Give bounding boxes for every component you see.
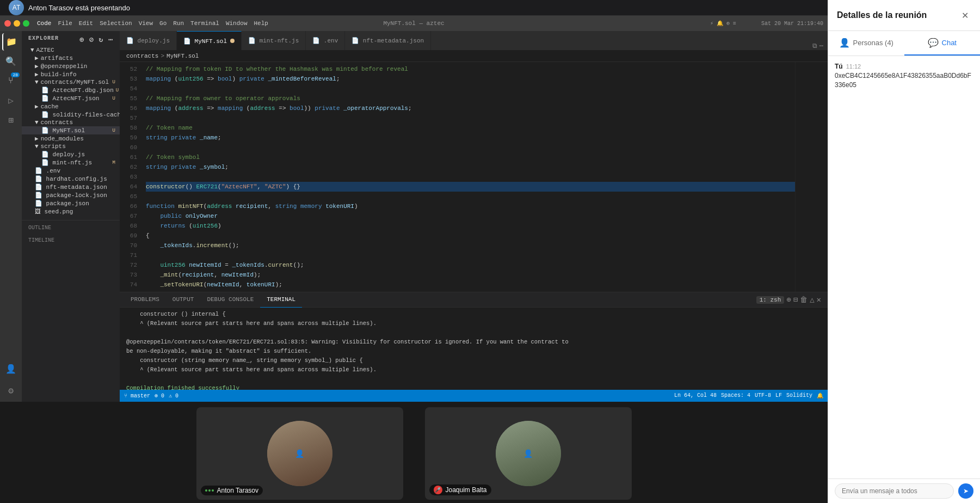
- participant-card-anton: 👤 Anton Tarasov: [196, 407, 403, 500]
- breadcrumb: contracts > MyNFT.sol: [120, 50, 828, 62]
- sidebar-item-nft-metadata[interactable]: 📄 nft-metadata.json: [22, 183, 120, 191]
- terminal-add-btn[interactable]: ⊕: [786, 295, 791, 304]
- panel-tab-problems[interactable]: PROBLEMS: [124, 292, 166, 308]
- editor-area: 📄 deploy.js 📄 MyNFT.sol 📄 mint-nft.js 📄 …: [120, 31, 828, 402]
- nav-chat[interactable]: 💬 Chat: [904, 31, 981, 56]
- terminal-close-btn[interactable]: ✕: [817, 295, 821, 304]
- code-line-70: _tokenIds.increment();: [146, 241, 795, 250]
- participants-bar: 👤 Anton Tarasov 👤 🎤 Joaquim: [0, 402, 828, 503]
- nav-personas[interactable]: 👤 Personas (4): [828, 31, 904, 56]
- sidebar-item-artifacts[interactable]: ▶ artifacts: [22, 54, 120, 62]
- send-button[interactable]: ➤: [958, 483, 973, 499]
- code-line-54: [146, 84, 795, 94]
- editor-menu-btn[interactable]: ⋯: [819, 42, 823, 50]
- tab-mint-nft[interactable]: 📄 mint-nft.js: [242, 31, 306, 50]
- modified-indicator: [230, 39, 235, 43]
- terminal-maximize-btn[interactable]: △: [810, 295, 814, 304]
- code-line-72: uint256 newItemId = _tokenIds.current();: [146, 260, 795, 270]
- chat-meta: Tú 11:12: [835, 63, 973, 70]
- terminal-line: [126, 328, 821, 338]
- menu-edit[interactable]: Edit: [79, 20, 93, 27]
- terminal-split-btn[interactable]: ⊟: [793, 295, 798, 304]
- sidebar-item-contracts[interactable]: ▼ contracts: [22, 119, 120, 126]
- menu-go[interactable]: Go: [159, 20, 167, 27]
- sidebar-item-mint-nft[interactable]: 📄 mint-nft.js M: [22, 158, 120, 167]
- sidebar-item-cache[interactable]: ▶ cache: [22, 102, 120, 111]
- close-traffic-light[interactable]: [4, 20, 11, 27]
- menu-file[interactable]: File: [58, 20, 72, 27]
- tab-deploy-js[interactable]: 📄 deploy.js: [120, 31, 177, 50]
- sidebar-item-openzeppelin[interactable]: ▶ @openzeppelin: [22, 62, 120, 70]
- sidebar-item-mynft[interactable]: 📄 MyNFT.sol U: [22, 126, 120, 134]
- right-panel: Detalles de la reunión ✕ 👤 Personas (4) …: [828, 0, 980, 503]
- explorer-icon[interactable]: 📁: [2, 33, 20, 51]
- terminal-line: be non-deployable, making it "abstract" …: [126, 347, 821, 356]
- code-area[interactable]: // Mapping from token ID to whether the …: [141, 62, 795, 292]
- source-control-icon[interactable]: ⑂: [2, 72, 20, 90]
- menu-window[interactable]: Window: [226, 20, 248, 27]
- sidebar-item-package-lock[interactable]: 📄 package-lock.json: [22, 191, 120, 199]
- search-icon[interactable]: 🔍: [2, 53, 20, 70]
- sidebar-item-env[interactable]: 📄 .env: [22, 167, 120, 175]
- sidebar-item-node-modules[interactable]: ▶ node_modules: [22, 134, 120, 143]
- settings-icon[interactable]: ⚙: [2, 382, 20, 400]
- sidebar-item-package[interactable]: 📄 package.json: [22, 199, 120, 207]
- code-line-71: [146, 250, 795, 260]
- menu-selection[interactable]: Selection: [100, 20, 132, 27]
- terminal-content[interactable]: constructor () internal { ^ (Relevant so…: [120, 308, 828, 390]
- notification-bell[interactable]: 🔔: [817, 392, 823, 399]
- terminal-line: ^ (Relevant source part starts here and …: [126, 365, 821, 375]
- terminal-trash-btn[interactable]: 🗑: [800, 296, 808, 304]
- extensions-icon[interactable]: ⊞: [2, 112, 20, 129]
- split-editor-btn[interactable]: ⧉: [812, 42, 817, 50]
- panel-tab-terminal[interactable]: TERMINAL: [260, 292, 302, 308]
- code-line-74: _setTokenURI(newItemId, tokenURI);: [146, 280, 795, 290]
- sidebar-item-deploy-js[interactable]: 📄 deploy.js: [22, 150, 120, 158]
- sidebar-item-hardhat[interactable]: 📄 hardhat.config.js: [22, 175, 120, 183]
- sidebar-item-azteknft-json[interactable]: 📄 AztecNFT.json U: [22, 94, 120, 102]
- vscode-control-icons: ⚡ 🔔 ⊕ ≡: [710, 20, 736, 27]
- tab-env[interactable]: 📄 .env: [306, 31, 345, 50]
- language-mode[interactable]: Solidity: [786, 392, 812, 399]
- minimize-traffic-light[interactable]: [14, 20, 20, 27]
- encoding[interactable]: UTF-8: [755, 392, 771, 399]
- menu-code[interactable]: Code: [37, 20, 51, 27]
- menu-run[interactable]: Run: [173, 20, 184, 27]
- menu-help[interactable]: Help: [254, 20, 268, 27]
- tab-nft-metadata[interactable]: 📄 nft-metadata.json: [345, 31, 431, 50]
- menu-view[interactable]: View: [139, 20, 153, 27]
- code-line-59: string private _name;: [146, 133, 795, 143]
- personas-icon: 👤: [839, 38, 850, 48]
- editor-content[interactable]: 5253545556575859606162636465666768697071…: [120, 62, 828, 292]
- git-branch[interactable]: ⑂ master: [124, 393, 150, 399]
- close-panel-button[interactable]: ✕: [958, 9, 971, 22]
- terminal-line: ^ (Relevant source part starts here and …: [126, 319, 821, 328]
- panel-tab-debug[interactable]: DEBUG CONSOLE: [200, 292, 260, 308]
- code-line-73: _mint(recipient, newItemId);: [146, 270, 795, 280]
- panel-tab-output[interactable]: OUTPUT: [166, 292, 201, 308]
- sidebar-item-solidity-cache[interactable]: 📄 solidity-files-cache.json M: [22, 111, 120, 119]
- sidebar-item-scripts[interactable]: ▼ scripts: [22, 143, 120, 150]
- sidebar-item-azteknft-dbg[interactable]: 📄 AztecNFT.dbg.json U: [22, 86, 120, 94]
- terminal-shell-select[interactable]: 1: zsh: [756, 296, 785, 304]
- sidebar-item-seed[interactable]: 🖼 seed.png: [22, 207, 120, 216]
- bottom-panel: PROBLEMS OUTPUT DEBUG CONSOLE TERMINAL 1…: [120, 292, 828, 390]
- chat-input[interactable]: [835, 483, 954, 499]
- cursor-position[interactable]: Ln 64, Col 48: [674, 392, 717, 399]
- chat-content: Tú 11:12 0xeCB4C1245665e8A1F43826355aaB0…: [828, 56, 980, 479]
- presenter-name: Anton Tarasov está presentando: [28, 4, 130, 12]
- menu-terminal[interactable]: Terminal: [190, 20, 219, 27]
- fullscreen-traffic-light[interactable]: [23, 20, 29, 27]
- accounts-icon[interactable]: 👤: [2, 360, 20, 378]
- sidebar-item-build-info[interactable]: ▶ build-info: [22, 70, 120, 78]
- sidebar-item-aztec[interactable]: ▼ AZTEC: [22, 46, 120, 54]
- debug-icon[interactable]: ▷: [2, 92, 20, 109]
- indentation[interactable]: Spaces: 4: [721, 392, 750, 399]
- line-ending[interactable]: LF: [775, 392, 782, 399]
- terminal-line: constructor () internal {: [126, 310, 821, 319]
- terminal-line: Compilation finished successfully: [126, 384, 821, 390]
- panel-tabs: PROBLEMS OUTPUT DEBUG CONSOLE TERMINAL 1…: [120, 292, 828, 308]
- participant-name-joaquim: Joaquim Balta: [446, 486, 487, 494]
- tab-mynft-sol[interactable]: 📄 MyNFT.sol: [177, 31, 242, 50]
- sidebar-item-contracts-mynft[interactable]: ▼ contracts/MyNFT.sol U: [22, 78, 120, 86]
